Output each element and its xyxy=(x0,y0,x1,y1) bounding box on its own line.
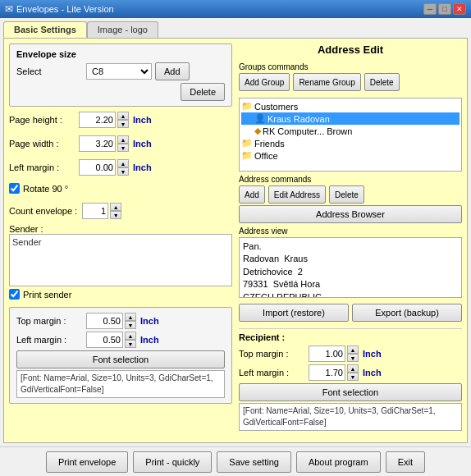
recipient-top-input[interactable] xyxy=(309,346,345,362)
addr-line-3: Detrichovice 2 xyxy=(243,266,458,278)
exit-button[interactable]: Exit xyxy=(386,451,425,473)
rotate-checkbox[interactable] xyxy=(9,183,20,194)
addr-line-4: 79331 Světlá Hora xyxy=(243,278,458,291)
print-sender-checkbox[interactable] xyxy=(9,289,20,300)
left-margin-label: Left margin : xyxy=(9,162,79,172)
print-quickly-button[interactable]: Print - quickly xyxy=(133,451,212,473)
minimize-button[interactable]: ─ xyxy=(423,3,437,15)
page-height-up[interactable]: ▲ xyxy=(117,112,129,120)
page-height-input[interactable] xyxy=(79,112,116,128)
tree-item-kraus[interactable]: 👤 Kraus Radovan xyxy=(241,112,460,125)
envelope-size-section: Envelope size Select C8 C7 C6 C5 DL Add xyxy=(9,43,232,107)
edit-address-button[interactable]: Edit Address xyxy=(268,185,326,204)
envelope-select[interactable]: C8 C7 C6 C5 DL xyxy=(86,63,152,80)
page-height-down[interactable]: ▼ xyxy=(117,120,129,128)
count-spin: ▲ ▼ xyxy=(82,203,121,219)
add-button[interactable]: Add xyxy=(155,62,190,80)
address-browser-button[interactable]: Address Browser xyxy=(239,205,462,223)
add-address-button[interactable]: Add xyxy=(239,185,265,204)
page-width-spin: ▲ ▼ Inch xyxy=(79,135,152,152)
sender-top-margin-row: Top margin : ▲ ▼ Inch xyxy=(16,313,225,329)
tab-basic-settings[interactable]: Basic Settings xyxy=(3,21,87,38)
sender-left-margin-row: Left margin : ▲ ▼ Inch xyxy=(16,332,225,348)
folder-icon: 📁 xyxy=(241,101,253,112)
left-margin-up[interactable]: ▲ xyxy=(117,159,129,167)
left-margin-down[interactable]: ▼ xyxy=(117,167,129,176)
select-row: Select C8 C7 C6 C5 DL Add xyxy=(16,62,225,80)
recipient-top-down[interactable]: ▼ xyxy=(347,354,359,362)
recipient-top-spin: ▲ ▼ Inch xyxy=(309,346,382,362)
group-commands-label: Groups commands xyxy=(239,62,462,71)
recipient-left-down[interactable]: ▼ xyxy=(347,373,359,381)
title-bar-left: ✉ Envelopes - Lite Version xyxy=(5,3,114,15)
close-button[interactable]: ✕ xyxy=(453,3,466,15)
recipient-left-input[interactable] xyxy=(309,364,345,381)
tab-content: Envelope size Select C8 C7 C6 C5 DL Add xyxy=(3,38,468,443)
export-button[interactable]: Export (backup) xyxy=(352,304,462,322)
rotate-row: Rotate 90 ° xyxy=(9,183,232,194)
count-down[interactable]: ▼ xyxy=(110,211,121,219)
tree-item-rk[interactable]: ◆ RK Computer... Brown xyxy=(241,125,460,137)
page-width-spinners: ▲ ▼ xyxy=(117,135,129,152)
address-view-label: Address view xyxy=(239,227,462,236)
addr-line-5: CZECH REPUBLIC xyxy=(243,291,458,298)
print-envelope-button[interactable]: Print envelope xyxy=(46,451,128,473)
sender-left-margin-input[interactable] xyxy=(86,332,123,348)
recipient-font-selection-button[interactable]: Font selection xyxy=(239,383,462,401)
sender-textarea[interactable]: Sender xyxy=(9,234,232,286)
left-panel: Envelope size Select C8 C7 C6 C5 DL Add xyxy=(9,43,232,437)
recipient-left-up[interactable]: ▲ xyxy=(347,364,359,373)
page-height-spin: ▲ ▼ Inch xyxy=(79,112,152,128)
rename-group-button[interactable]: Rename Group xyxy=(293,73,360,91)
delete-envelope-button[interactable]: Delete xyxy=(181,83,225,101)
sender-left-spinners: ▲ ▼ xyxy=(125,332,136,348)
print-sender-row: Print sender xyxy=(9,289,232,300)
sender-top-unit: Inch xyxy=(140,316,159,326)
page-height-unit: Inch xyxy=(133,115,152,125)
left-margin-spin: ▲ ▼ Inch xyxy=(79,159,152,176)
tree-item-customers[interactable]: 📁 Customers xyxy=(241,100,460,112)
recipient-left-spinners: ▲ ▼ xyxy=(347,364,359,381)
sender-top-up[interactable]: ▲ xyxy=(125,313,136,321)
tab-image-logo[interactable]: Image - logo xyxy=(87,21,158,38)
save-setting-button[interactable]: Save setting xyxy=(217,451,291,473)
recipient-top-margin-label: Top margin : xyxy=(239,349,309,359)
tree-item-friends[interactable]: 📁 Friends xyxy=(241,137,460,149)
page-width-up[interactable]: ▲ xyxy=(117,135,129,144)
left-margin-unit: Inch xyxy=(133,162,152,172)
sender-left-up[interactable]: ▲ xyxy=(125,332,136,340)
address-tree[interactable]: 📁 Customers 👤 Kraus Radovan ◆ RK Compute… xyxy=(239,98,462,172)
tabs-header: Basic Settings Image - logo xyxy=(3,21,468,38)
left-margin-input[interactable] xyxy=(79,159,116,176)
maximize-button[interactable]: □ xyxy=(438,3,451,15)
about-program-button[interactable]: About program xyxy=(296,451,381,473)
window-controls[interactable]: ─ □ ✕ xyxy=(423,3,466,15)
sender-top-spinners: ▲ ▼ xyxy=(125,313,136,329)
person-icon: 👤 xyxy=(254,113,266,124)
page-height-spinners: ▲ ▼ xyxy=(117,112,129,128)
import-button[interactable]: Import (restore) xyxy=(239,304,349,322)
bottom-bar: Print envelope Print - quickly Save sett… xyxy=(0,446,471,476)
add-group-button[interactable]: Add Group xyxy=(239,73,290,91)
tree-item-office[interactable]: 📁 Office xyxy=(241,149,460,162)
diamond-icon: ◆ xyxy=(254,126,261,136)
count-row: Count envelope : ▲ ▼ xyxy=(9,203,232,219)
sender-top-margin-input[interactable] xyxy=(86,313,123,329)
delete-address-button[interactable]: Delete xyxy=(329,185,364,204)
count-up[interactable]: ▲ xyxy=(110,203,121,211)
page-height-row: Page height : ▲ ▼ Inch xyxy=(9,112,232,128)
page-width-input[interactable] xyxy=(79,135,116,152)
page-height-label: Page height : xyxy=(9,115,79,125)
sender-top-down[interactable]: ▼ xyxy=(125,321,136,329)
sender-top-margin-label: Top margin : xyxy=(16,316,86,326)
title-bar: ✉ Envelopes - Lite Version ─ □ ✕ xyxy=(0,0,471,18)
main-area: Basic Settings Image - logo Envelope siz… xyxy=(0,18,471,446)
address-view-section: Address view Pan. Radovan Kraus Detricho… xyxy=(239,227,462,298)
recipient-top-up[interactable]: ▲ xyxy=(347,346,359,354)
page-width-down[interactable]: ▼ xyxy=(117,144,129,152)
sender-font-selection-button[interactable]: Font selection xyxy=(16,350,225,368)
sender-left-down[interactable]: ▼ xyxy=(125,340,136,348)
delete-group-button[interactable]: Delete xyxy=(364,73,400,91)
count-input[interactable] xyxy=(82,203,108,219)
print-sender-label: Print sender xyxy=(23,290,71,300)
